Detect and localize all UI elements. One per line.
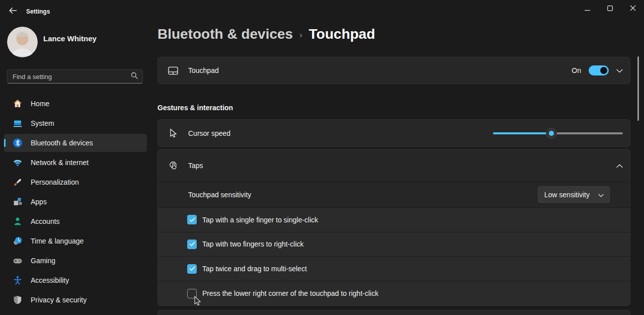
minimize-icon: [585, 4, 590, 13]
sidebar-item-label: Privacy & security: [31, 296, 87, 304]
slider-fill: [493, 132, 551, 134]
maximize-icon: [607, 4, 613, 13]
window-controls: [576, 0, 644, 18]
time-language-icon: [13, 236, 23, 246]
network-icon: [13, 158, 23, 168]
accounts-icon: [13, 216, 23, 226]
sidebar-item-label: Accounts: [31, 217, 60, 225]
system-icon: [13, 118, 23, 128]
tap-option-label: Tap with two fingers to right-click: [202, 240, 304, 248]
maximize-button[interactable]: [599, 0, 621, 17]
touchpad-toggle[interactable]: [589, 65, 609, 75]
minimize-button[interactable]: [576, 0, 599, 17]
touchpad-sensitivity-row: Touchpad sensitivity Low sensitivity: [158, 182, 630, 207]
next-card-partial: [157, 310, 630, 315]
tap-icon: [168, 161, 178, 171]
tap-option-label: Tap with a single finger to single-click: [202, 216, 318, 224]
back-arrow-icon: [9, 7, 17, 17]
vertical-scrollbar[interactable]: [637, 56, 639, 121]
user-name: Lance Whitney: [43, 34, 97, 43]
tap-option-row[interactable]: Tap with a single finger to single-click: [158, 208, 630, 232]
sidebar-item-accessibility[interactable]: Accessibility: [4, 271, 147, 289]
sidebar-item-personalization[interactable]: Personalization: [4, 173, 147, 191]
sidebar-item-label: Network & internet: [31, 159, 89, 167]
tap-option-row[interactable]: Tap with two fingers to right-click: [158, 232, 630, 257]
sensitivity-selected-option: Low sensitivity: [544, 191, 590, 199]
section-heading: Gestures & interaction: [157, 104, 233, 112]
page-title: Touchpad: [309, 26, 375, 42]
touchpad-sensitivity-label: Touchpad sensitivity: [188, 191, 538, 199]
tap-option-label: Press the lower right corner of the touc…: [202, 289, 378, 297]
personalization-icon: [13, 177, 23, 187]
app-title: Settings: [26, 8, 50, 15]
sidebar-item-label: Accessibility: [31, 276, 69, 284]
sidebar-item-apps[interactable]: Apps: [4, 193, 147, 211]
touchpad-icon: [168, 65, 178, 75]
checkbox-checked[interactable]: [187, 240, 197, 249]
touchpad-label: Touchpad: [188, 66, 219, 74]
search-icon: [131, 72, 138, 81]
cursor-speed-slider[interactable]: [493, 132, 623, 134]
chevron-up-icon[interactable]: [616, 161, 623, 170]
breadcrumb-parent[interactable]: Bluetooth & devices: [157, 26, 293, 42]
sidebar-item-label: Time & language: [31, 237, 84, 245]
checkbox-checked[interactable]: [187, 215, 197, 224]
toggle-state-text: On: [572, 66, 581, 74]
sidebar-item-label: Home: [31, 100, 49, 108]
apps-icon: [13, 197, 23, 207]
sidebar-item-bluetooth-devices[interactable]: Bluetooth & devices: [4, 134, 147, 152]
sidebar-item-label: Personalization: [31, 178, 79, 186]
chevron-down-icon[interactable]: [616, 66, 623, 75]
search-placeholder: Find a setting: [13, 73, 131, 81]
tap-option-row[interactable]: Press the lower right corner of the touc…: [158, 281, 630, 305]
search-input[interactable]: Find a setting: [7, 69, 143, 84]
sidebar-item-accounts[interactable]: Accounts: [4, 212, 147, 230]
back-button[interactable]: [5, 5, 20, 18]
sidebar-item-privacy-security[interactable]: Privacy & security: [4, 291, 147, 309]
sidebar-item-system[interactable]: System: [4, 114, 147, 132]
chevron-down-icon: [598, 190, 604, 199]
toggle-knob: [600, 67, 607, 74]
cursor-icon: [168, 128, 178, 138]
sidebar-item-label: Apps: [31, 198, 47, 206]
breadcrumb: Bluetooth & devices › Touchpad: [157, 26, 375, 42]
cursor-speed-card: Cursor speed: [157, 119, 630, 147]
sidebar-item-gaming[interactable]: Gaming: [4, 252, 147, 270]
sidebar-item-label: Gaming: [31, 257, 55, 265]
tap-option-row[interactable]: Tap twice and drag to multi-select: [158, 257, 630, 281]
accessibility-icon: [13, 275, 23, 285]
gaming-icon: [13, 256, 23, 266]
sidebar-item-network-internet[interactable]: Network & internet: [4, 153, 147, 172]
avatar[interactable]: [7, 27, 38, 57]
close-icon: [630, 4, 636, 13]
privacy-icon: [13, 295, 23, 305]
taps-header-row[interactable]: Taps: [158, 149, 630, 182]
sidebar-item-label: Bluetooth & devices: [31, 139, 93, 147]
cursor-speed-label: Cursor speed: [188, 129, 230, 137]
touchpad-toggle-card[interactable]: Touchpad On: [157, 57, 630, 84]
taps-card: Taps Touchpad sensitivity Low sensitivit…: [157, 149, 630, 306]
sidebar-item-time-language[interactable]: Time & language: [4, 232, 147, 250]
breadcrumb-separator: ›: [299, 28, 302, 40]
slider-knob[interactable]: [546, 128, 557, 139]
sensitivity-dropdown[interactable]: Low sensitivity: [538, 186, 610, 203]
taps-label: Taps: [188, 162, 203, 170]
close-button[interactable]: [621, 0, 644, 17]
tap-option-label: Tap twice and drag to multi-select: [202, 265, 307, 273]
sidebar-nav: Home System Bluetooth & devices Network …: [4, 95, 147, 309]
checkbox-unchecked[interactable]: [187, 289, 197, 298]
home-icon: [13, 99, 23, 109]
checkbox-checked[interactable]: [187, 264, 197, 274]
sidebar-item-home[interactable]: Home: [4, 95, 147, 113]
settings-window: Settings Lance Whitney Find a setting: [0, 0, 644, 315]
bluetooth-icon: [13, 138, 23, 148]
sidebar-item-label: System: [31, 119, 54, 127]
